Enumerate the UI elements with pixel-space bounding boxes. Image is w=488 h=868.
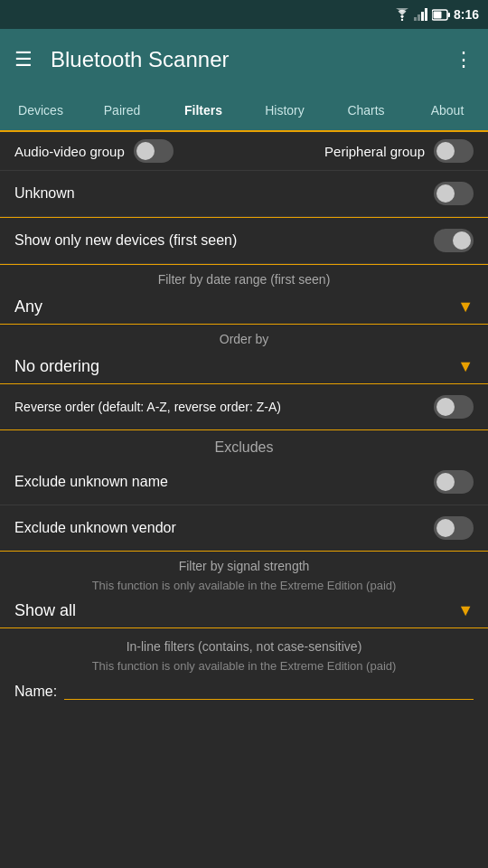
peripheral-group-toggle[interactable] (434, 139, 474, 163)
wifi-icon (394, 8, 410, 21)
name-filter-label: Name: (14, 684, 57, 700)
unknown-toggle-row: Unknown (0, 171, 488, 217)
svg-rect-4 (425, 8, 427, 21)
signal-strength-note: This function is only available in the E… (0, 577, 488, 594)
filter-date-value: Any (14, 297, 42, 316)
audio-video-group-toggle[interactable] (134, 139, 174, 163)
audio-video-group-col: Audio-video group (14, 139, 244, 163)
order-by-dropdown[interactable]: No ordering ▼ (0, 350, 488, 384)
reverse-order-row: Reverse order (default: A-Z, reverse ord… (0, 384, 488, 430)
order-by-arrow-icon: ▼ (457, 357, 474, 376)
name-filter-row: Name: (0, 675, 488, 703)
exclude-unknown-name-toggle[interactable] (434, 470, 474, 494)
more-options-icon[interactable]: ⋮ (454, 48, 474, 71)
svg-rect-3 (421, 12, 424, 21)
svg-rect-6 (433, 11, 441, 18)
exclude-unknown-vendor-toggle[interactable] (434, 516, 474, 540)
signal-strength-dropdown[interactable]: Show all ▼ (0, 594, 488, 628)
reverse-order-label: Reverse order (default: A-Z, reverse ord… (14, 400, 423, 414)
status-icons: 8:16 (394, 7, 479, 22)
tab-paired[interactable]: Paired (81, 90, 163, 130)
tabs-container: Devices Paired Filters History Charts Ab… (0, 90, 488, 132)
hamburger-icon[interactable]: ☰ (14, 48, 33, 71)
app-bar: ☰ Bluetooth Scanner ⋮ (0, 29, 488, 90)
show-only-new-row: Show only new devices (first seen) (0, 218, 488, 264)
tab-history[interactable]: History (244, 90, 325, 130)
signal-strength-arrow-icon: ▼ (457, 601, 474, 620)
filter-date-dropdown[interactable]: Any ▼ (0, 290, 488, 325)
unknown-toggle[interactable] (434, 182, 474, 205)
exclude-unknown-name-row: Exclude unknown name (0, 459, 488, 505)
tab-about[interactable]: About (407, 90, 488, 130)
svg-point-0 (401, 19, 403, 21)
reverse-order-toggle[interactable] (434, 395, 474, 419)
app-title: Bluetooth Scanner (51, 47, 454, 72)
battery-icon (432, 9, 450, 21)
excludes-header: Excludes (0, 430, 488, 459)
status-time: 8:16 (454, 7, 479, 22)
svg-rect-2 (418, 14, 420, 21)
svg-rect-1 (414, 17, 417, 21)
show-only-new-label: Show only new devices (first seen) (14, 232, 237, 249)
signal-strength-value: Show all (14, 601, 76, 620)
inline-filters-note: This function is only available in the E… (0, 657, 488, 675)
exclude-unknown-name-label: Exclude unknown name (14, 474, 168, 490)
show-only-new-toggle[interactable] (434, 229, 474, 252)
signal-strength-label: Filter by signal strength (0, 552, 488, 577)
peripheral-group-label: Peripheral group (324, 144, 425, 159)
group-toggles-row: Audio-video group Peripheral group (0, 132, 488, 171)
tab-filters[interactable]: Filters (163, 90, 244, 130)
exclude-unknown-vendor-label: Exclude unknown vendor (14, 520, 176, 536)
filter-date-label: Filter by date range (first seen) (0, 265, 488, 290)
filter-date-arrow-icon: ▼ (457, 297, 474, 316)
name-filter-underline (64, 699, 474, 700)
filters-content: Audio-video group Peripheral group Unkno… (0, 132, 488, 864)
signal-icon (414, 8, 428, 21)
audio-video-group-label: Audio-video group (14, 144, 125, 159)
status-bar: 8:16 (0, 0, 488, 29)
inline-filters-header: In-line filters (contains, not case-sens… (0, 628, 488, 657)
order-by-label: Order by (0, 325, 488, 350)
exclude-unknown-vendor-row: Exclude unknown vendor (0, 505, 488, 552)
order-by-value: No ordering (14, 357, 99, 376)
tab-devices[interactable]: Devices (0, 90, 81, 130)
peripheral-group-col: Peripheral group (244, 139, 474, 163)
unknown-label: Unknown (14, 185, 75, 202)
svg-rect-7 (447, 13, 450, 17)
tab-charts[interactable]: Charts (325, 90, 407, 130)
